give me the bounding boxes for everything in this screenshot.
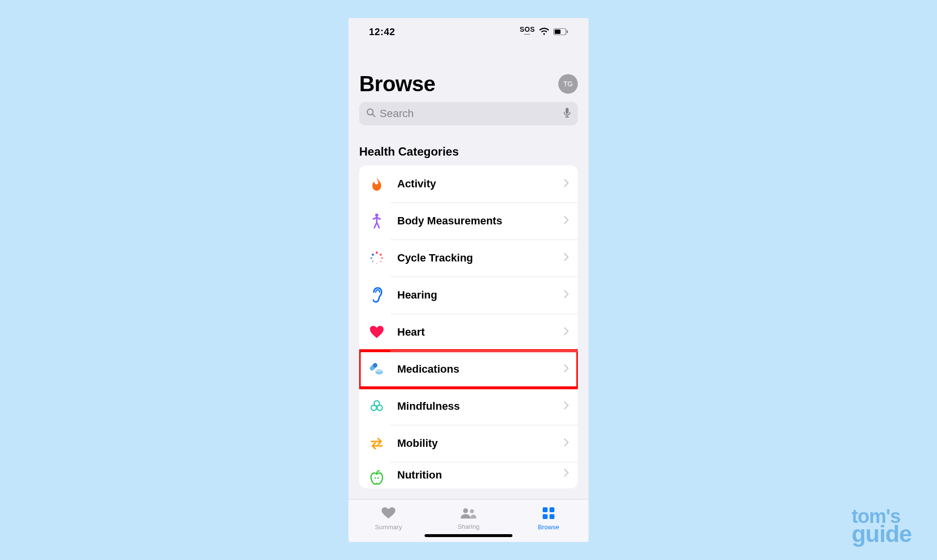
- svg-rect-28: [550, 507, 554, 512]
- body-icon: [368, 212, 386, 230]
- phone-screen: 12:42 SOS •••• Browse TG: [348, 18, 589, 542]
- svg-rect-5: [566, 108, 569, 114]
- svg-point-23: [374, 477, 376, 479]
- svg-point-8: [375, 214, 378, 217]
- pills-icon: [368, 360, 386, 378]
- svg-point-12: [380, 260, 382, 262]
- grid-icon: [542, 507, 555, 521]
- category-nutrition[interactable]: Nutrition: [359, 462, 578, 488]
- chevron-right-icon: [564, 216, 569, 226]
- tab-label: Sharing: [458, 523, 480, 530]
- battery-icon: [553, 28, 568, 35]
- category-medications[interactable]: Medications: [359, 351, 578, 388]
- heart-fill-icon: [381, 507, 396, 521]
- category-body-measurements[interactable]: Body Measurements: [359, 202, 578, 240]
- chevron-right-icon: [564, 364, 569, 374]
- tab-label: Browse: [538, 523, 559, 531]
- svg-point-10: [380, 254, 382, 256]
- chevron-right-icon: [564, 253, 569, 263]
- people-icon: [460, 507, 477, 521]
- chevron-right-icon: [564, 327, 569, 337]
- tab-summary[interactable]: Summary: [348, 500, 428, 542]
- category-label: Activity: [397, 178, 564, 190]
- categories-list: Activity Body Measurements: [359, 165, 578, 488]
- profile-avatar[interactable]: TG: [558, 74, 578, 94]
- microphone-icon[interactable]: [563, 107, 571, 120]
- cycle-icon: [368, 249, 386, 267]
- category-label: Mindfulness: [397, 400, 564, 413]
- search-input[interactable]: [380, 107, 559, 120]
- category-label: Hearing: [397, 289, 564, 301]
- category-label: Medications: [397, 363, 564, 376]
- chevron-right-icon: [564, 401, 569, 411]
- svg-point-26: [470, 509, 474, 513]
- svg-point-14: [372, 260, 374, 262]
- chevron-right-icon: [564, 469, 569, 479]
- category-hearing[interactable]: Hearing: [359, 277, 578, 314]
- category-label: Nutrition: [397, 469, 564, 481]
- svg-point-25: [463, 508, 468, 513]
- home-indicator[interactable]: [425, 534, 512, 537]
- status-time: 12:42: [369, 26, 395, 38]
- svg-point-22: [377, 405, 383, 411]
- svg-point-13: [376, 262, 377, 264]
- category-heart[interactable]: Heart: [359, 314, 578, 351]
- status-bar: 12:42 SOS ••••: [348, 18, 589, 45]
- page-header: Browse TG: [348, 45, 589, 96]
- heart-icon: [368, 323, 386, 341]
- svg-point-15: [370, 257, 372, 259]
- page-title: Browse: [359, 72, 435, 96]
- svg-point-21: [371, 405, 377, 411]
- chevron-right-icon: [564, 439, 569, 448]
- wifi-icon: [539, 28, 550, 36]
- chevron-right-icon: [564, 290, 569, 300]
- health-categories-section: Health Categories Activity Body Measurem…: [348, 125, 589, 488]
- svg-line-4: [372, 114, 375, 117]
- category-label: Body Measurements: [397, 215, 564, 227]
- svg-point-24: [377, 477, 379, 479]
- search-container: [348, 96, 589, 125]
- tab-label: Summary: [375, 523, 402, 531]
- svg-rect-2: [567, 30, 568, 33]
- sos-indicator: SOS ••••: [520, 27, 535, 37]
- category-label: Cycle Tracking: [397, 252, 564, 264]
- nutrition-icon: [368, 469, 386, 486]
- section-title: Health Categories: [359, 145, 578, 159]
- search-field[interactable]: [359, 102, 578, 125]
- svg-rect-29: [543, 514, 548, 519]
- watermark-logo: tom's guide: [852, 508, 912, 544]
- category-cycle-tracking[interactable]: Cycle Tracking: [359, 240, 578, 277]
- tab-browse[interactable]: Browse: [509, 500, 589, 542]
- category-label: Mobility: [397, 437, 564, 450]
- search-icon: [366, 108, 376, 120]
- category-mindfulness[interactable]: Mindfulness: [359, 388, 578, 425]
- status-indicators: SOS ••••: [520, 27, 568, 37]
- ear-icon: [368, 286, 386, 304]
- svg-point-11: [381, 257, 383, 259]
- category-activity[interactable]: Activity: [359, 165, 578, 202]
- category-label: Heart: [397, 326, 564, 339]
- svg-point-16: [372, 254, 374, 256]
- category-mobility[interactable]: Mobility: [359, 425, 578, 462]
- svg-rect-30: [550, 514, 554, 519]
- svg-point-9: [376, 252, 378, 254]
- chevron-right-icon: [564, 179, 569, 189]
- svg-rect-27: [543, 507, 548, 512]
- mindfulness-icon: [368, 398, 386, 415]
- mobility-icon: [368, 435, 386, 452]
- flame-icon: [368, 175, 386, 193]
- svg-rect-1: [555, 30, 561, 34]
